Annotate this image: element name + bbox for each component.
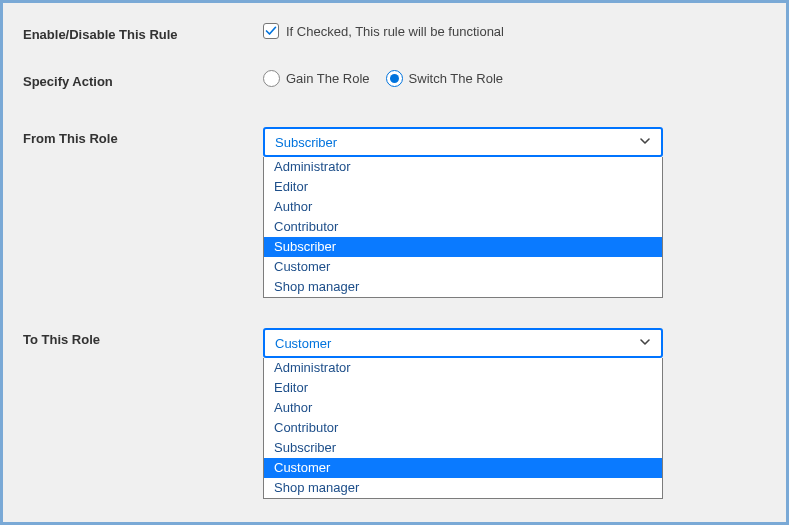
action-radio-group: Gain The Role Switch The Role <box>263 70 766 87</box>
radio-gain-label: Gain The Role <box>286 71 370 86</box>
list-option[interactable]: Author <box>264 197 662 217</box>
to-role-select[interactable]: Customer <box>263 328 663 358</box>
enable-checkbox[interactable] <box>263 23 279 39</box>
enable-rule-control: If Checked, This rule will be functional <box>263 23 766 39</box>
list-option[interactable]: Customer <box>264 257 662 277</box>
list-option[interactable]: Shop manager <box>264 277 662 297</box>
list-option[interactable]: Customer <box>264 458 662 478</box>
radio-switch-label: Switch The Role <box>409 71 503 86</box>
settings-panel: Enable/Disable This Rule If Checked, Thi… <box>0 0 789 525</box>
list-option[interactable]: Contributor <box>264 217 662 237</box>
radio-gain-role[interactable]: Gain The Role <box>263 70 370 87</box>
list-option[interactable]: Editor <box>264 177 662 197</box>
to-role-selected-value: Customer <box>275 336 331 351</box>
row-to-role: To This Role Customer AdministratorEdito… <box>23 328 766 499</box>
to-role-control: Customer AdministratorEditorAuthorContri… <box>263 328 766 499</box>
enable-checkbox-wrap: If Checked, This rule will be functional <box>263 23 766 39</box>
radio-icon <box>386 70 403 87</box>
row-from-role: From This Role Subscriber AdministratorE… <box>23 127 766 298</box>
enable-rule-label: Enable/Disable This Rule <box>23 23 263 42</box>
list-option[interactable]: Administrator <box>264 358 662 378</box>
list-option[interactable]: Shop manager <box>264 478 662 498</box>
chevron-down-icon <box>639 336 651 351</box>
list-option[interactable]: Contributor <box>264 418 662 438</box>
row-enable-rule: Enable/Disable This Rule If Checked, Thi… <box>23 23 766 42</box>
list-option[interactable]: Author <box>264 398 662 418</box>
from-role-label: From This Role <box>23 127 263 146</box>
check-icon <box>265 25 277 37</box>
to-role-listbox[interactable]: AdministratorEditorAuthorContributorSubs… <box>263 358 663 499</box>
from-role-selected-value: Subscriber <box>275 135 337 150</box>
chevron-down-icon <box>639 135 651 150</box>
list-option[interactable]: Subscriber <box>264 237 662 257</box>
list-option[interactable]: Administrator <box>264 157 662 177</box>
enable-checkbox-text: If Checked, This rule will be functional <box>286 24 504 39</box>
to-role-label: To This Role <box>23 328 263 347</box>
from-role-select[interactable]: Subscriber <box>263 127 663 157</box>
radio-icon <box>263 70 280 87</box>
from-role-listbox[interactable]: AdministratorEditorAuthorContributorSubs… <box>263 157 663 298</box>
list-option[interactable]: Editor <box>264 378 662 398</box>
row-specify-action: Specify Action Gain The Role Switch The … <box>23 70 766 89</box>
radio-switch-role[interactable]: Switch The Role <box>386 70 503 87</box>
from-role-control: Subscriber AdministratorEditorAuthorCont… <box>263 127 766 298</box>
specify-action-label: Specify Action <box>23 70 263 89</box>
list-option[interactable]: Subscriber <box>264 438 662 458</box>
